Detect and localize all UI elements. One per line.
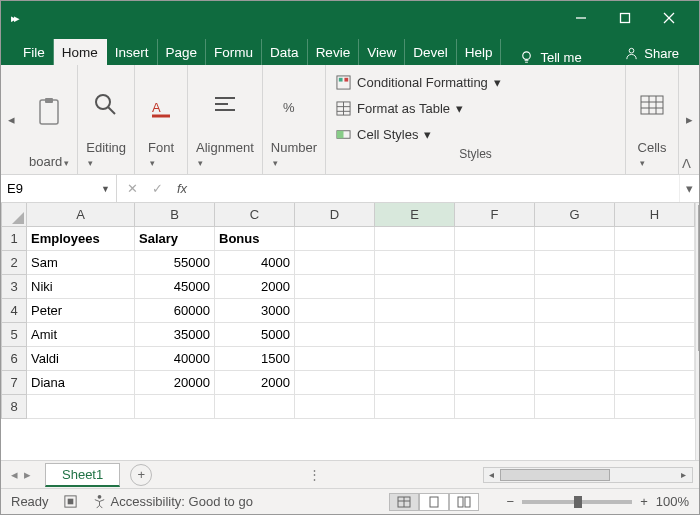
cell[interactable] [535,347,615,371]
cell[interactable] [615,395,695,419]
cell[interactable]: 3000 [215,299,295,323]
cell[interactable] [455,251,535,275]
cell-styles-button[interactable]: Cell Styles▾ [336,121,615,147]
close-button[interactable] [647,1,691,35]
cell[interactable] [535,227,615,251]
collapse-ribbon-button[interactable]: ᐱ [677,154,695,172]
find-icon[interactable] [88,87,124,123]
cell[interactable]: Valdi [27,347,135,371]
tab-home[interactable]: Home [54,39,107,65]
cell[interactable]: 20000 [135,371,215,395]
cell[interactable] [455,299,535,323]
cell[interactable] [375,395,455,419]
share-button[interactable]: Share [618,42,685,65]
new-sheet-button[interactable]: + [130,464,152,486]
maximize-button[interactable] [603,1,647,35]
cell[interactable] [375,251,455,275]
cell[interactable] [615,347,695,371]
col-header[interactable]: H [615,203,695,227]
cell[interactable] [27,395,135,419]
tab-file[interactable]: File [15,39,54,65]
minimize-button[interactable] [559,1,603,35]
tab-formulas[interactable]: Formu [206,39,262,65]
cell[interactable] [135,395,215,419]
alignment-icon[interactable] [207,87,243,123]
row-header[interactable]: 4 [1,299,27,323]
cell[interactable] [455,323,535,347]
cell[interactable]: Peter [27,299,135,323]
cell[interactable] [295,323,375,347]
tab-insert[interactable]: Insert [107,39,158,65]
col-header[interactable]: C [215,203,295,227]
col-header[interactable]: A [27,203,135,227]
row-header[interactable]: 5 [1,323,27,347]
conditional-formatting-button[interactable]: Conditional Formatting▾ [336,69,615,95]
percent-icon[interactable]: % [276,87,312,123]
cell[interactable] [295,371,375,395]
cell[interactable] [215,395,295,419]
cell[interactable] [455,275,535,299]
page-layout-view-button[interactable] [419,493,449,511]
cell[interactable] [615,227,695,251]
col-header[interactable]: B [135,203,215,227]
row-header[interactable]: 3 [1,275,27,299]
cell[interactable]: 1500 [215,347,295,371]
cell[interactable]: Bonus [215,227,295,251]
cell[interactable]: 60000 [135,299,215,323]
horizontal-scrollbar[interactable]: ◂▸ [483,467,693,483]
cell[interactable] [535,299,615,323]
cell[interactable]: Salary [135,227,215,251]
page-break-view-button[interactable] [449,493,479,511]
cell[interactable]: 40000 [135,347,215,371]
cell[interactable] [375,275,455,299]
vertical-scrollbar[interactable] [695,203,699,460]
row-header[interactable]: 6 [1,347,27,371]
cell[interactable] [455,347,535,371]
name-box[interactable]: E9▼ [1,175,117,202]
tab-page-layout[interactable]: Page [158,39,207,65]
cell[interactable] [535,275,615,299]
tab-help[interactable]: Help [457,39,502,65]
col-header[interactable]: F [455,203,535,227]
clipboard-icon[interactable] [31,94,67,130]
tab-data[interactable]: Data [262,39,308,65]
zoom-out-button[interactable]: − [507,494,515,509]
tab-review[interactable]: Revie [308,39,360,65]
zoom-slider[interactable] [522,500,632,504]
tab-view[interactable]: View [359,39,405,65]
worksheet-grid[interactable]: A B C D E F G H 1 Employees Salary Bonus… [1,203,695,460]
cell[interactable]: Sam [27,251,135,275]
cell[interactable]: Amit [27,323,135,347]
cell[interactable]: Employees [27,227,135,251]
cell[interactable] [295,347,375,371]
accept-icon[interactable]: ✓ [152,181,163,196]
cell[interactable]: Niki [27,275,135,299]
format-as-table-button[interactable]: Format as Table▾ [336,95,615,121]
cell[interactable] [535,251,615,275]
macro-icon[interactable] [63,494,78,509]
formula-expand-button[interactable]: ▾ [679,175,699,202]
cell[interactable] [615,371,695,395]
cell[interactable] [295,395,375,419]
cell[interactable] [615,323,695,347]
zoom-in-button[interactable]: + [640,494,648,509]
cell[interactable] [535,395,615,419]
row-header[interactable]: 8 [1,395,27,419]
accessibility-status[interactable]: Accessibility: Good to go [92,494,253,509]
row-header[interactable]: 1 [1,227,27,251]
tab-developer[interactable]: Devel [405,39,457,65]
zoom-level[interactable]: 100% [656,494,689,509]
zoom-control[interactable]: − + 100% [507,494,689,509]
cell[interactable]: 4000 [215,251,295,275]
col-header[interactable]: G [535,203,615,227]
formula-input[interactable] [197,175,679,202]
normal-view-button[interactable] [389,493,419,511]
cell[interactable] [535,323,615,347]
col-header[interactable]: D [295,203,375,227]
fx-icon[interactable]: fx [177,181,187,196]
row-header[interactable]: 7 [1,371,27,395]
tell-me[interactable]: Tell me [513,50,587,65]
qat-expand-icon[interactable]: ▸▸ [11,12,17,25]
cancel-icon[interactable]: ✕ [127,181,138,196]
font-icon[interactable]: A [143,87,179,123]
